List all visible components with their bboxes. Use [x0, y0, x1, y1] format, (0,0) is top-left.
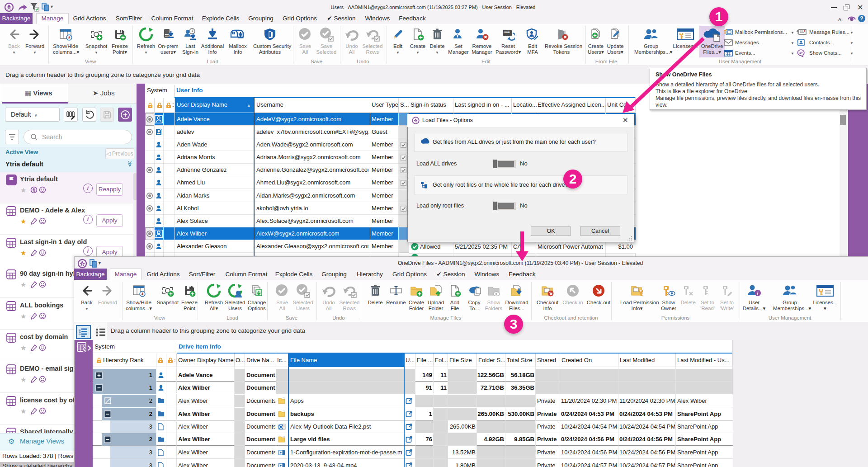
svg-text:***: ***: [504, 30, 510, 36]
